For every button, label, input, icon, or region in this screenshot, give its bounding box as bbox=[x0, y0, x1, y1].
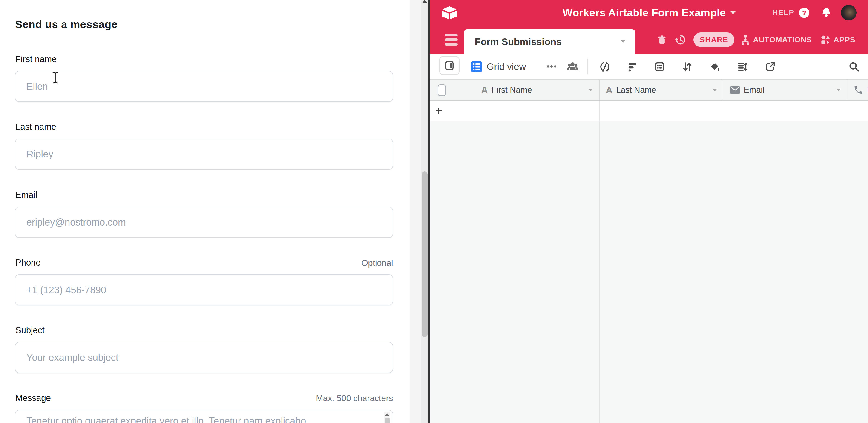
hide-fields-icon[interactable] bbox=[599, 61, 610, 72]
view-toolbar: Grid view bbox=[430, 54, 868, 80]
table-tab-caret-icon[interactable] bbox=[620, 39, 626, 43]
phone-input[interactable] bbox=[15, 274, 393, 305]
sidebar-panel-icon bbox=[444, 60, 454, 71]
column-separator[interactable] bbox=[599, 80, 599, 100]
page-scroll-up-arrow-icon[interactable] bbox=[422, 0, 427, 3]
apps-label: APPS bbox=[834, 35, 855, 44]
group-icon[interactable] bbox=[654, 61, 665, 72]
share-button[interactable]: SHARE bbox=[693, 32, 734, 47]
history-icon[interactable] bbox=[674, 34, 686, 46]
row-height-icon[interactable] bbox=[737, 61, 747, 72]
automations-flowchart-icon bbox=[740, 34, 751, 45]
column-separator[interactable] bbox=[847, 80, 847, 100]
tables-menu-icon[interactable] bbox=[445, 34, 458, 48]
subject-input[interactable] bbox=[15, 342, 393, 373]
window-edge-divider bbox=[428, 0, 430, 423]
textarea-scrollbar[interactable] bbox=[384, 412, 390, 423]
notifications-bell-icon[interactable] bbox=[821, 7, 832, 18]
subject-label: Subject bbox=[16, 325, 44, 335]
phone-optional-hint: Optional bbox=[230, 258, 393, 268]
apps-button[interactable]: APPS bbox=[820, 25, 855, 54]
base-title-caret-icon[interactable] bbox=[731, 11, 736, 14]
automations-label: AUTOMATIONS bbox=[753, 35, 812, 44]
column-header-last-name[interactable]: A Last Name bbox=[606, 80, 656, 100]
select-all-checkbox[interactable] bbox=[438, 85, 446, 96]
first-name-label: First name bbox=[16, 54, 57, 64]
screen: Send us a message First name Last name E… bbox=[0, 0, 868, 423]
share-view-icon[interactable] bbox=[765, 61, 776, 72]
single-line-text-icon: A bbox=[606, 85, 613, 95]
add-row[interactable]: + bbox=[430, 100, 868, 121]
column-caret-icon[interactable] bbox=[588, 89, 593, 91]
search-icon[interactable] bbox=[849, 61, 859, 72]
airtable-topbar: Workers Airtable Form Example HELP ? bbox=[430, 0, 868, 25]
single-line-text-icon: A bbox=[481, 85, 488, 95]
message-placeholder: Tenetur optio quaerat expedita vero et i… bbox=[26, 415, 306, 423]
filter-icon[interactable] bbox=[627, 61, 638, 72]
column-caret-icon[interactable] bbox=[836, 89, 841, 91]
column-header-email[interactable]: Email bbox=[730, 80, 765, 100]
column-separator bbox=[599, 121, 599, 423]
toolbar-divider bbox=[587, 59, 588, 74]
user-avatar[interactable] bbox=[841, 5, 857, 21]
view-more-ellipsis-icon[interactable] bbox=[546, 64, 557, 69]
email-envelope-icon bbox=[730, 86, 740, 94]
sort-icon[interactable] bbox=[682, 61, 692, 72]
trash-icon[interactable] bbox=[657, 34, 667, 45]
email-input[interactable] bbox=[15, 207, 393, 238]
color-icon[interactable] bbox=[710, 61, 720, 72]
page-scrollbar[interactable] bbox=[410, 0, 428, 423]
form-title: Send us a message bbox=[15, 18, 118, 31]
last-name-label: Last name bbox=[16, 122, 56, 132]
scroll-up-arrow-icon[interactable] bbox=[385, 413, 389, 416]
views-sidebar-toggle-button[interactable] bbox=[439, 56, 460, 75]
help-menu[interactable]: HELP bbox=[772, 0, 795, 25]
view-name-button[interactable]: Grid view bbox=[487, 54, 526, 79]
airtable-tabbar: Form Submissions SHARE bbox=[430, 25, 868, 54]
contact-form-pane: Send us a message First name Last name E… bbox=[0, 0, 410, 423]
table-tab-label: Form Submissions bbox=[475, 29, 562, 54]
help-question-icon[interactable]: ? bbox=[799, 8, 809, 18]
phone-label: Phone bbox=[16, 258, 41, 268]
email-label: Email bbox=[16, 190, 37, 200]
column-caret-icon[interactable] bbox=[713, 89, 717, 91]
automations-button[interactable]: AUTOMATIONS bbox=[740, 25, 812, 54]
base-title[interactable]: Workers Airtable Form Example bbox=[563, 6, 726, 19]
first-name-input[interactable] bbox=[15, 71, 393, 102]
message-maxchars-hint: Max. 500 characters bbox=[230, 394, 393, 403]
table-tab-form-submissions[interactable]: Form Submissions bbox=[464, 29, 636, 54]
column-separator[interactable] bbox=[723, 80, 723, 100]
phone-icon bbox=[853, 85, 863, 95]
page-scrollbar-thumb[interactable] bbox=[422, 172, 428, 337]
message-textarea[interactable]: Tenetur optio quaerat expedita vero et i… bbox=[15, 410, 393, 423]
grid-view-icon[interactable] bbox=[471, 61, 482, 72]
view-name-label: Grid view bbox=[487, 61, 526, 72]
column-header-phone[interactable]: Phone bbox=[853, 80, 868, 100]
grid-column-headers: A First Name A Last Name Email bbox=[430, 80, 868, 100]
message-label: Message bbox=[16, 393, 51, 403]
last-name-input[interactable] bbox=[15, 139, 393, 170]
column-header-first-name[interactable]: A First Name bbox=[481, 80, 532, 100]
airtable-window: Workers Airtable Form Example HELP ? For… bbox=[430, 0, 868, 423]
add-row-plus-icon[interactable]: + bbox=[435, 100, 442, 121]
textarea-scrollbar-thumb[interactable] bbox=[384, 418, 390, 423]
collaborators-icon[interactable] bbox=[566, 61, 579, 73]
apps-shapes-icon bbox=[820, 34, 831, 45]
text-cursor-icon bbox=[51, 72, 60, 84]
grid-body[interactable] bbox=[430, 121, 868, 423]
column-separator bbox=[599, 100, 599, 121]
